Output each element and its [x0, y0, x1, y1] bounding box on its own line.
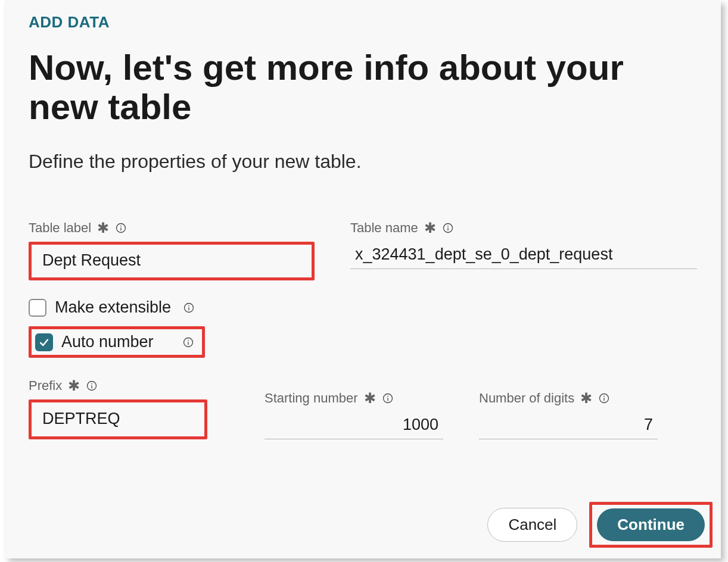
label-number-of-digits: Number of digits	[479, 391, 574, 406]
info-icon[interactable]	[382, 392, 394, 404]
label-row-table-label: Table label ✱	[29, 220, 315, 236]
table-name-input[interactable]	[350, 242, 697, 269]
label-row-starting-number: Starting number ✱	[265, 391, 443, 406]
required-icon: ✱	[68, 379, 80, 393]
field-prefix: Prefix ✱	[29, 378, 229, 439]
required-icon: ✱	[364, 391, 376, 405]
row-make-extensible: Make extensible	[29, 298, 697, 317]
page-subheading: Define the properties of your new table.	[29, 151, 697, 173]
row-auto-number: Auto number	[29, 326, 697, 358]
required-icon: ✱	[580, 391, 592, 405]
svg-point-5	[447, 226, 449, 227]
prefix-input[interactable]	[38, 406, 198, 433]
button-row: Cancel Continue	[487, 502, 713, 548]
cancel-button[interactable]: Cancel	[487, 508, 577, 542]
page-heading: Now, let's get more info about your new …	[29, 48, 697, 127]
label-prefix: Prefix	[29, 378, 62, 394]
info-icon[interactable]	[183, 302, 195, 314]
label-row-prefix: Prefix ✱	[29, 378, 229, 394]
info-icon[interactable]	[182, 336, 194, 348]
highlight-table-label	[29, 242, 315, 280]
svg-point-8	[188, 305, 189, 306]
label-row-table-name: Table name ✱	[350, 220, 697, 236]
label-row-number-of-digits: Number of digits ✱	[479, 391, 658, 406]
label-table-name: Table name	[350, 220, 418, 236]
svg-point-14	[91, 383, 92, 385]
section-label: ADD DATA	[29, 13, 697, 32]
info-icon[interactable]	[442, 222, 454, 234]
make-extensible-checkbox[interactable]	[29, 299, 46, 317]
label-make-extensible: Make extensible	[55, 298, 171, 317]
label-table-label: Table label	[29, 220, 91, 236]
svg-point-2	[120, 226, 122, 227]
highlight-continue: Continue	[589, 502, 713, 548]
info-icon[interactable]	[598, 392, 610, 404]
required-icon: ✱	[424, 221, 436, 235]
number-of-digits-input[interactable]	[479, 412, 658, 439]
auto-number-checkbox[interactable]	[35, 333, 53, 351]
highlight-auto-number: Auto number	[29, 326, 205, 358]
info-icon[interactable]	[115, 222, 127, 234]
table-label-input[interactable]	[38, 248, 306, 274]
label-starting-number: Starting number	[265, 391, 358, 406]
svg-point-17	[387, 396, 388, 397]
highlight-prefix	[29, 399, 207, 439]
add-data-panel: ADD DATA Now, let's get more info about …	[5, 0, 721, 558]
svg-point-20	[603, 396, 605, 397]
starting-number-input[interactable]	[265, 412, 443, 439]
field-table-name: Table name ✱	[350, 220, 697, 280]
label-auto-number: Auto number	[61, 333, 154, 351]
field-table-label: Table label ✱	[29, 220, 315, 280]
row-table-label-name: Table label ✱ Table name ✱	[29, 220, 697, 280]
svg-point-11	[188, 339, 189, 341]
field-starting-number: Starting number ✱	[265, 391, 443, 439]
row-auto-number-fields: Prefix ✱ Starting number ✱ Num	[29, 378, 697, 439]
field-number-of-digits: Number of digits ✱	[479, 391, 658, 439]
required-icon: ✱	[97, 221, 109, 235]
continue-button[interactable]: Continue	[597, 508, 705, 541]
info-icon[interactable]	[86, 380, 98, 392]
